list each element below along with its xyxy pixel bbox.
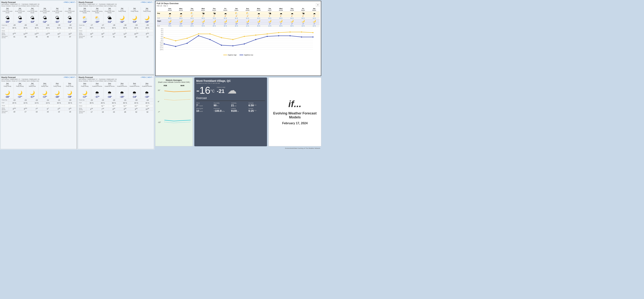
col-temp: -13° <box>128 20 140 23</box>
day-row-label: Day <box>157 12 164 15</box>
weather-icon: 🌙 <box>51 91 63 95</box>
day-icon-cell: ☁ <box>286 12 298 15</box>
day-pop-row: POP80 %30 %20 %30 %70 %30 %30 %20 %40 %2… <box>157 17 320 19</box>
fourteen-day-title: Full 14 Days Overview <box>157 2 178 5</box>
day-header: Tue02/27 <box>264 8 275 11</box>
col-temp: -18° <box>64 95 76 98</box>
row-cell: - <box>86 104 97 107</box>
svg-text:9°C: 9°C <box>161 28 164 30</box>
col-day: Sat <box>91 8 103 9</box>
day-pop-cell: 40 % <box>253 17 264 19</box>
day-icon-cell: ⛅ <box>242 12 253 15</box>
top-left-nav[interactable]: ‹ PREV | NEXT › <box>63 1 76 3</box>
col-day: Sun <box>39 83 51 84</box>
col-time: 8 am <box>141 84 153 86</box>
weather-icon: 🌙 <box>14 91 26 95</box>
row-cell: 36 <box>42 36 54 39</box>
day-icon-cell: ☁ <box>175 12 186 15</box>
row-gust: Wind gust (km/h)171923283232 <box>79 111 153 114</box>
day-temp-cell: -8° <box>231 15 242 17</box>
col-day: Sat <box>128 8 140 9</box>
row-gust: Wind gust (km/h)181716151416 <box>1 110 76 114</box>
forecast-column: Sun 1 am Partly cloudy 🌙 -18° <box>51 82 64 99</box>
col-temp: -17° <box>91 95 103 98</box>
night-temp-cell: -3° <box>264 23 275 25</box>
col-desc: Partly cloudy <box>128 11 140 16</box>
night-pop-cell: 20 % <box>186 25 198 27</box>
svg-point-38 <box>164 43 165 45</box>
night-icon-cell: 🌙 <box>298 19 309 23</box>
forecast-column: Sat 6 pm Partly cloudy 🌙 -12° <box>116 7 128 24</box>
current-weather-panel: Mont-Tremblant-Village, QC Updated on Sa… <box>194 78 267 146</box>
row-feels: Feels like-20-20-20-19-18-18 <box>1 24 76 26</box>
row-cell: 7SE <box>97 107 108 111</box>
day-pop-cell: 30 % <box>175 17 186 19</box>
row-cell: -22 <box>97 99 108 101</box>
historic-month-labels: FEB MAR <box>157 85 191 87</box>
weather-icon: 🌤 <box>2 16 13 20</box>
day-pop-cell: 60 % <box>298 17 309 19</box>
row-cell: - <box>20 30 31 32</box>
row-cell: 16W <box>97 32 108 35</box>
historic-subtitle: (Dash Lines Indicate Common Wind Chill.) <box>157 81 191 83</box>
col-desc: A mix of sun and clouds <box>26 11 38 16</box>
day-icon-cell: 🌤 <box>298 12 309 15</box>
legend-day-color <box>223 55 227 55</box>
day-pop-cell: 60 % <box>286 17 298 19</box>
col-time: 6 pm <box>116 9 128 11</box>
row-cell: 19 <box>142 36 153 39</box>
row-cell: 9NW <box>9 107 20 110</box>
right-panels: Full 14 Days Overview Feb 18 - Mar 2 ✕ S… <box>154 0 322 150</box>
night-pop-cell: 40 % <box>209 25 220 27</box>
forecast-column: Sat 12 pm A mix of sun and clouds 🌤 -12° <box>38 7 51 24</box>
day-icon-cell: ⛅ <box>186 12 198 15</box>
night-icon-cell: 🌙 <box>220 19 231 23</box>
row-cell: 30 % <box>54 102 64 104</box>
row-pop: POP30 %40 %60 %60 %40 %40 % <box>79 101 153 104</box>
day-temp-cell: 1° <box>198 15 209 17</box>
top-left-hourly-panel: ‹ PREV | NEXT › Hourly Forecast SATURDAY… <box>0 1 77 74</box>
svg-point-47 <box>267 36 268 37</box>
row-cell: - <box>131 30 142 32</box>
bottom-right-data-rows: Feels like-22-22-22-21-20-19POP30 %40 %6… <box>79 99 153 114</box>
row-cell: <1cm <box>131 104 142 107</box>
row-cell: 26 <box>120 36 131 39</box>
col-temp: -11° <box>51 20 63 23</box>
sunrise-value-row: 6:59 AM <box>248 104 265 107</box>
svg-text:-23°: -23° <box>158 121 161 123</box>
fourteen-day-close[interactable]: ✕ <box>316 3 320 7</box>
day-icon-cell: ☁ <box>309 12 320 15</box>
nighttime-line <box>164 36 313 47</box>
legend-day: Daytime high <box>223 54 237 56</box>
day-pop-cell: 20 % <box>186 17 198 19</box>
svg-point-27 <box>198 33 199 35</box>
row-cell: 16 <box>64 111 76 114</box>
night-row-label: Night <box>157 19 164 23</box>
row-cell: 16W <box>86 32 97 35</box>
night-temp-cell: -8° <box>209 23 220 25</box>
day-header: Thu02/22 <box>209 8 220 11</box>
svg-point-28 <box>210 33 210 35</box>
row-cell: 32 <box>131 111 142 114</box>
row-cell: 30 % <box>64 102 76 104</box>
svg-text:-21°C: -21°C <box>160 47 164 49</box>
if-panel: if... Evolving Weather Forecast Models F… <box>268 78 321 146</box>
forecast-column: Sat 11 pm Mainly clear 🌙 -17° <box>26 82 38 99</box>
main-container: ‹ PREV | NEXT › Hourly Forecast SATURDAY… <box>0 0 322 150</box>
night-icon-cell: 🌙 <box>242 19 253 23</box>
row-wind: Wind (km/h)6SE7SE8SE9SE9SE10SE <box>79 107 153 111</box>
night-pop-row: POP70 %20 %20 %70 %40 %30 %30 %10 %40 %1… <box>157 25 320 27</box>
if-text: if... <box>288 99 301 109</box>
wind-gust-value-row: 10 km/h <box>196 109 213 112</box>
top-right-nav[interactable]: ‹ PREV | NEXT › <box>140 1 153 3</box>
col-desc: Mainly clear <box>26 86 38 91</box>
row-label: Snow <box>79 30 86 32</box>
row-label: Wind gust (km/h) <box>79 111 86 114</box>
row-cell: 37 <box>86 36 97 39</box>
row-gust: Wind gust (km/h)313536363737 <box>1 35 76 39</box>
bottom-left-nav[interactable]: ‹ PREV | NEXT › <box>63 76 76 78</box>
row-cell: 40 % <box>142 102 153 104</box>
weather-icon: 🌨 <box>141 91 153 95</box>
day-pop-cell: 80 % <box>164 17 175 19</box>
bottom-right-nav[interactable]: ‹ PREV | NEXT › <box>140 76 153 78</box>
